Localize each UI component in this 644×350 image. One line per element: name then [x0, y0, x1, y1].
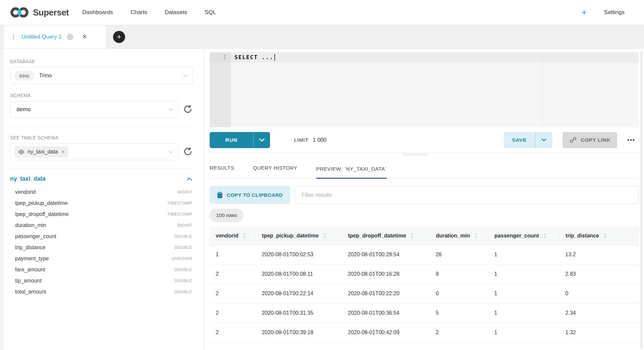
column-header-tpep-pickup-datetime[interactable]: tpep_pickup_datetime [256, 227, 342, 245]
sql-code-text: SELECT ... [234, 52, 273, 62]
sort-icon[interactable] [243, 232, 247, 239]
column-type: TIMESTAMP [167, 212, 192, 217]
schema-column-tpep-pickup-datetime[interactable]: tpep_pickup_datetimeTIMESTAMP [10, 198, 193, 209]
collapse-chevron-icon[interactable] [186, 177, 192, 181]
table-cell: 26 [430, 245, 488, 264]
schema-column-passenger-count[interactable]: passenger_countDOUBLE [10, 231, 193, 242]
refresh-tables-button[interactable] [183, 147, 193, 157]
save-query-button[interactable]: SAVE [504, 132, 552, 148]
schema-column-trip-distance[interactable]: trip_distanceDOUBLE [10, 242, 193, 253]
new-item-button[interactable]: + [581, 8, 592, 17]
table-select[interactable]: ny_taxi_data ✕ [10, 143, 178, 160]
database-select[interactable]: trino Trino [10, 67, 193, 84]
filter-results-input[interactable] [295, 186, 639, 204]
table-cell: 8 [430, 264, 488, 284]
copy-link-button[interactable]: COPY LINK [562, 132, 618, 148]
more-actions-button[interactable]: ••• [627, 137, 635, 143]
nav-item-datasets[interactable]: Datasets [165, 9, 187, 16]
drag-handle-icon[interactable]: ⋮ [10, 35, 17, 39]
column-header-duration-min[interactable]: duration_min [430, 227, 488, 245]
result-tab-preview[interactable]: PREVIEW: `NY_TAXI_DATA` [316, 166, 387, 179]
add-tab-button[interactable]: + [113, 31, 125, 43]
column-header-tpep-dropoff-datetime[interactable]: tpep_dropoff_datetime [342, 227, 430, 245]
sidebar-divider [10, 168, 193, 169]
copy-to-clipboard-button[interactable]: COPY TO CLIPBOARD [210, 186, 290, 204]
link-icon [569, 136, 577, 144]
sql-code-editor[interactable]: 1 SELECT ... [210, 52, 639, 127]
nav-item-label: Datasets [165, 9, 187, 16]
chevron-down-icon [259, 138, 265, 142]
remove-table-icon[interactable]: ✕ [61, 149, 65, 155]
run-query-button[interactable]: RUN [210, 132, 270, 148]
print-margin-line [542, 52, 543, 127]
refresh-icon [183, 104, 193, 114]
schema-column-vendorid[interactable]: vendoridBIGINT [10, 186, 193, 198]
schema-value: demo [14, 106, 31, 113]
pane-resize-handle[interactable] [403, 154, 428, 157]
column-header-vendorid[interactable]: vendorid [210, 227, 256, 245]
table-cell: 1 [488, 245, 559, 264]
chevron-down-icon [541, 138, 546, 141]
sort-icon[interactable] [543, 232, 547, 239]
selected-table-tag[interactable]: ny_taxi_data ✕ [14, 146, 68, 158]
sql-editor-pane: 1 SELECT ... RUN LIMIT: [204, 49, 644, 350]
editor-code-area[interactable]: SELECT ... [231, 52, 639, 127]
sort-icon[interactable] [410, 232, 414, 239]
schema-column-tip-amount[interactable]: tip_amountDOUBLE [10, 275, 193, 286]
superset-logo[interactable]: Superset [10, 7, 69, 18]
table-cell: 2020-08-01T00:22:20 [342, 284, 430, 303]
sort-icon[interactable] [323, 232, 327, 239]
table-schema-title[interactable]: ny_taxi_data [10, 175, 46, 182]
schema-column-tpep-dropoff-datetime[interactable]: tpep_dropoff_datetimeTIMESTAMP [10, 209, 193, 220]
table-cell: 2 [210, 264, 256, 284]
refresh-icon [183, 147, 193, 156]
table-cell: 5 [430, 303, 488, 323]
nav-item-charts[interactable]: Charts [130, 9, 147, 16]
nav-item-sql[interactable]: SQL [205, 9, 222, 16]
refresh-schemas-button[interactable] [183, 104, 193, 115]
close-tab-icon[interactable]: ✕ [82, 33, 87, 40]
table-cell: 2 [210, 284, 256, 303]
settings-menu[interactable]: Settings [604, 9, 631, 16]
run-label[interactable]: RUN [210, 132, 253, 148]
save-options-caret[interactable] [535, 132, 552, 148]
sqllab-workspace: DATABASE trino Trino SCHEMA demo [3, 49, 644, 350]
sort-icon[interactable] [474, 232, 478, 239]
column-header-passenger-count[interactable]: passenger_count [488, 227, 559, 245]
query-tabstrip: ⋮ Untitled Query 1 ✕ + [0, 25, 644, 49]
schema-column-payment-type[interactable]: payment_typeVARCHAR [10, 253, 193, 264]
table-cell: 2 [210, 303, 256, 323]
schema-column-duration-min[interactable]: duration_minBIGINT [10, 220, 193, 231]
result-tab-query-history[interactable]: QUERY HISTORY [253, 165, 297, 179]
table-cell: 2.34 [559, 303, 639, 323]
schema-column-fare-amount[interactable]: fare_amountDOUBLE [10, 264, 193, 275]
column-header-trip-distance[interactable]: trip_distance [559, 227, 639, 245]
sidebar-divider [10, 127, 193, 127]
schema-column-total-amount[interactable]: total_amountDOUBLE [10, 286, 193, 297]
sort-icon[interactable] [603, 232, 607, 239]
nav-item-dashboards[interactable]: Dashboards [82, 9, 113, 16]
nav-item-label: Dashboards [82, 9, 113, 16]
table-cell: 1 [488, 284, 559, 303]
table-cell: 2020-08-01T00:16:28 [342, 264, 430, 284]
table-cell: 0 [430, 284, 488, 303]
column-type: DOUBLE [174, 234, 192, 239]
vertical-scrollbar[interactable] [640, 51, 643, 349]
column-name: passenger_count [15, 233, 56, 239]
column-header-label: vendorid [216, 233, 238, 239]
table-row: 12020-08-01T00:02:532020-08-01T00:28:542… [210, 245, 639, 264]
results-controls: COPY TO CLIPBOARD [210, 186, 639, 204]
table-row: 22020-08-01T00:22:142020-08-01T00:22:200… [210, 284, 639, 303]
column-name: tpep_pickup_datetime [15, 200, 68, 206]
query-tab-active[interactable]: ⋮ Untitled Query 1 ✕ [4, 25, 106, 48]
limit-dropdown[interactable]: LIMIT: 1 000 [294, 137, 338, 143]
copy-to-clipboard-label: COPY TO CLIPBOARD [227, 192, 283, 198]
table-row: 22020-08-01T00:31:352020-08-01T00:36:545… [210, 303, 639, 323]
column-type: VARCHAR [171, 256, 192, 261]
table-cell: 2020-08-01T00:28:54 [342, 245, 430, 264]
run-options-caret[interactable] [253, 132, 270, 148]
result-tab-results[interactable]: RESULTS [210, 165, 234, 179]
save-label[interactable]: SAVE [504, 132, 535, 148]
schema-select[interactable]: demo [10, 101, 178, 118]
table-cell: 2020-08-01T00:22:14 [256, 284, 342, 303]
